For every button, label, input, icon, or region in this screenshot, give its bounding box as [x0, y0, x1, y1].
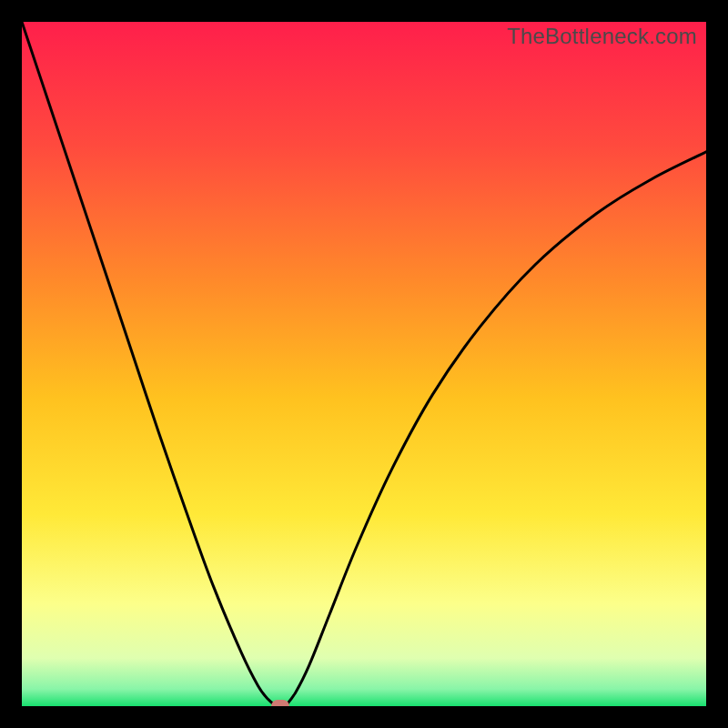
gradient-background: [22, 22, 706, 706]
bottleneck-marker: [271, 700, 289, 706]
watermark-text: TheBottleneck.com: [507, 24, 697, 49]
plot-area: TheBottleneck.com: [22, 22, 706, 706]
chart-frame: TheBottleneck.com: [0, 0, 728, 728]
bottleneck-chart: [22, 22, 706, 706]
